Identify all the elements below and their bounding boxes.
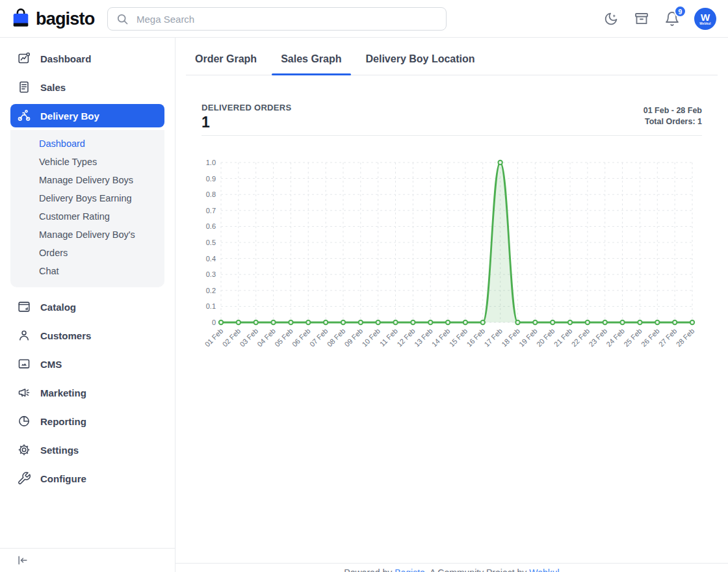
date-range: 01 Feb - 28 Feb (644, 105, 702, 116)
total-orders: Total Orders: 1 (644, 116, 702, 127)
sidebar-item-delivery-boy[interactable]: Delivery Boy (10, 104, 164, 127)
moon-icon (603, 11, 619, 27)
svg-text:27 Feb: 27 Feb (657, 327, 679, 348)
sidebar-item-label: Reporting (40, 416, 86, 427)
submenu-item-manage-delivery-boys[interactable]: Manage Delivery Boys (39, 171, 164, 189)
svg-text:28 Feb: 28 Feb (675, 327, 696, 348)
catalog-icon (17, 300, 31, 314)
svg-text:0.3: 0.3 (206, 270, 216, 278)
reporting-icon (17, 414, 31, 428)
svg-text:23 Feb: 23 Feb (587, 327, 608, 348)
search-icon (116, 12, 129, 26)
svg-text:11 Feb: 11 Feb (378, 327, 399, 348)
search-input[interactable] (135, 13, 438, 25)
svg-text:0.2: 0.2 (206, 287, 216, 294)
panel-divider (202, 135, 702, 136)
avatar-label: Webkul (699, 23, 711, 26)
svg-text:15 Feb: 15 Feb (448, 327, 469, 348)
dark-mode-toggle[interactable] (603, 10, 619, 27)
bagisto-logo[interactable]: bagisto (10, 6, 94, 32)
svg-text:02 Feb: 02 Feb (221, 327, 242, 348)
sidebar-item-configure[interactable]: Configure (10, 464, 164, 493)
wrench-icon (17, 471, 31, 486)
mega-search[interactable] (107, 7, 447, 31)
submenu-item-vehicle-types[interactable]: Vehicle Types (39, 153, 164, 171)
sidebar: Dashboard Sales Delivery Boy Dashboard V… (0, 38, 176, 572)
svg-text:21 Feb: 21 Feb (552, 327, 574, 348)
webkul-link[interactable]: Webkul (529, 567, 559, 572)
svg-text:10 Feb: 10 Feb (360, 327, 382, 348)
svg-text:06 Feb: 06 Feb (291, 327, 312, 348)
svg-text:12 Feb: 12 Feb (395, 327, 417, 348)
logo-wordmark: bagisto (36, 9, 94, 29)
svg-text:0.5: 0.5 (206, 239, 216, 246)
shopping-bag-icon (10, 6, 31, 32)
sidebar-item-label: Delivery Boy (40, 110, 99, 122)
svg-text:17 Feb: 17 Feb (482, 327, 504, 348)
header-actions: 9 W Webkul (603, 0, 716, 38)
marketing-icon (17, 385, 31, 400)
submenu-item-delivery-boys-earning[interactable]: Delivery Boys Earning (39, 189, 164, 207)
svg-text:26 Feb: 26 Feb (640, 327, 661, 348)
store-icon (634, 11, 649, 27)
footer-text: , A Community Project by (425, 567, 529, 572)
sidebar-item-label: Sales (40, 82, 66, 93)
sidebar-item-label: Marketing (40, 387, 86, 398)
svg-text:0.1: 0.1 (206, 302, 216, 310)
submenu-item-dashboard[interactable]: Dashboard (39, 135, 164, 153)
cms-icon (17, 357, 31, 371)
delivery-boy-submenu: Dashboard Vehicle Types Manage Delivery … (10, 130, 164, 287)
sidebar-item-label: Catalog (40, 302, 76, 313)
customers-icon (17, 328, 31, 343)
tab-order-graph[interactable]: Order Graph (186, 47, 266, 75)
submenu-item-manage-delivery-boys-orders[interactable]: Manage Delivery Boy's Orders (39, 226, 164, 262)
svg-text:16 Feb: 16 Feb (465, 327, 486, 348)
graph-tabs: Order Graph Sales Graph Delivery Boy Loc… (186, 38, 718, 75)
svg-text:18 Feb: 18 Feb (500, 327, 521, 348)
top-header: bagisto 9 W (0, 0, 728, 38)
panel-meta: 01 Feb - 28 Feb Total Orders: 1 (644, 105, 702, 127)
gear-icon (17, 443, 31, 457)
svg-text:08 Feb: 08 Feb (326, 327, 347, 348)
submenu-item-chat[interactable]: Chat (39, 262, 164, 280)
svg-text:25 Feb: 25 Feb (622, 327, 644, 348)
sidebar-item-marketing[interactable]: Marketing (10, 378, 164, 407)
sidebar-item-catalog[interactable]: Catalog (10, 292, 164, 321)
svg-text:03 Feb: 03 Feb (238, 327, 259, 348)
svg-text:0.6: 0.6 (206, 222, 216, 230)
store-button[interactable] (633, 10, 650, 27)
tab-delivery-boy-location[interactable]: Delivery Boy Location (357, 47, 484, 75)
svg-text:0.8: 0.8 (206, 190, 216, 198)
sidebar-footer (0, 548, 175, 572)
collapse-left-icon (16, 554, 29, 567)
svg-text:24 Feb: 24 Feb (604, 327, 626, 348)
svg-text:07 Feb: 07 Feb (308, 327, 330, 348)
main-content: Order Graph Sales Graph Delivery Boy Loc… (176, 38, 728, 572)
svg-text:14 Feb: 14 Feb (430, 327, 452, 348)
user-avatar[interactable]: W Webkul (694, 8, 716, 30)
sidebar-item-reporting[interactable]: Reporting (10, 407, 164, 436)
sidebar-item-customers[interactable]: Customers (10, 321, 164, 350)
svg-text:0.7: 0.7 (206, 207, 216, 214)
tab-sales-graph[interactable]: Sales Graph (272, 47, 350, 75)
svg-text:0: 0 (212, 318, 216, 326)
delivery-boy-icon (17, 109, 31, 123)
collapse-sidebar-button[interactable] (16, 554, 29, 567)
dashboard-icon (17, 51, 31, 66)
sidebar-item-sales[interactable]: Sales (10, 73, 164, 101)
sidebar-item-dashboard[interactable]: Dashboard (10, 44, 164, 73)
submenu-item-customer-rating[interactable]: Customer Rating (39, 207, 164, 226)
sales-icon (17, 80, 31, 94)
svg-text:01 Feb: 01 Feb (203, 327, 225, 348)
bagisto-link[interactable]: Bagisto (395, 567, 425, 572)
svg-text:04 Feb: 04 Feb (255, 327, 277, 348)
svg-text:0.4: 0.4 (206, 255, 216, 263)
svg-text:05 Feb: 05 Feb (273, 327, 294, 348)
sidebar-item-label: CMS (40, 359, 62, 370)
sidebar-item-cms[interactable]: CMS (10, 350, 164, 378)
svg-text:20 Feb: 20 Feb (535, 327, 556, 348)
notifications-button[interactable]: 9 (664, 10, 681, 27)
svg-text:09 Feb: 09 Feb (343, 327, 365, 348)
sidebar-item-settings[interactable]: Settings (10, 436, 164, 464)
svg-text:1.0: 1.0 (206, 159, 216, 166)
